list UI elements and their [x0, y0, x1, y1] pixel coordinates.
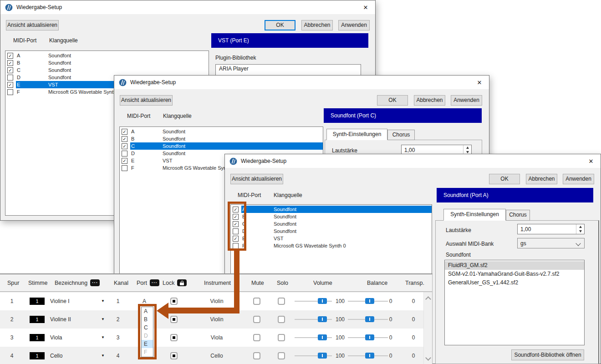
checkbox-checked-icon[interactable]: ✓: [7, 82, 13, 88]
solo-checkbox[interactable]: [278, 334, 285, 341]
tab-synth-settings[interactable]: Synth-Einstellungen: [443, 209, 506, 221]
midi-bank-combobox[interactable]: gs: [517, 238, 585, 248]
apply-button[interactable]: Anwenden: [563, 174, 594, 184]
mixer-row-cello: 4 1 Cello ▼ 4 Cello 100 0 0: [0, 347, 423, 364]
port-row-c[interactable]: ✓CSoundfont: [5, 66, 209, 74]
checkbox-checked-icon[interactable]: ✓: [122, 136, 127, 142]
mute-checkbox[interactable]: [253, 298, 260, 305]
port-row-b[interactable]: ✓BSoundfont: [5, 59, 209, 66]
open-soundfont-library-button[interactable]: Soundfont-Bibliothek öffnen: [511, 349, 584, 360]
checkbox-checked-icon[interactable]: ✓: [122, 129, 127, 135]
ok-button[interactable]: OK: [489, 174, 520, 184]
transpose-value: 0: [408, 329, 419, 347]
plugin-list-item[interactable]: ARIA Player: [216, 65, 361, 73]
ok-button[interactable]: OK: [377, 95, 408, 106]
port-row-e[interactable]: ✓EVST: [231, 235, 432, 242]
voice-badge[interactable]: 1: [30, 298, 45, 305]
port-row-b[interactable]: ✓BSoundfont: [120, 135, 323, 142]
close-icon[interactable]: ✕: [586, 158, 596, 165]
checkbox-checked-icon[interactable]: ✓: [122, 143, 127, 149]
checkbox-unchecked-icon[interactable]: [7, 89, 13, 95]
ok-button[interactable]: OK: [265, 20, 295, 30]
lock-checkbox[interactable]: [170, 298, 178, 305]
volume-slider-handle[interactable]: [318, 298, 327, 304]
cancel-button[interactable]: Abbrechen: [414, 95, 445, 106]
scroll-down-icon[interactable]: [425, 355, 431, 361]
screen: Wiedergabe-Setup ✕ Ansicht aktualisieren…: [0, 0, 601, 364]
mute-checkbox[interactable]: [253, 352, 260, 359]
voice-badge[interactable]: 1: [30, 316, 45, 323]
window-title: Wiedergabe-Setup: [16, 4, 62, 10]
balance-slider-handle[interactable]: [365, 353, 374, 359]
checkbox-checked-icon[interactable]: ✓: [7, 67, 13, 73]
mute-checkbox[interactable]: [253, 334, 260, 341]
tab-synth-settings[interactable]: Synth-Einstellungen: [326, 129, 387, 140]
close-icon[interactable]: ✕: [474, 79, 484, 86]
vertical-scrollbar[interactable]: [423, 292, 432, 364]
tab-chorus[interactable]: Chorus: [506, 210, 530, 221]
close-icon[interactable]: ✕: [361, 4, 371, 11]
checkbox-checked-icon[interactable]: ✓: [7, 53, 13, 59]
checkbox-unchecked-icon[interactable]: [7, 75, 13, 81]
volume-slider-handle[interactable]: [318, 334, 327, 340]
titlebar[interactable]: Wiedergabe-Setup ✕: [114, 76, 489, 89]
solo-checkbox[interactable]: [278, 316, 285, 323]
port-letter: F: [130, 165, 163, 171]
balance-slider-handle[interactable]: [365, 298, 374, 304]
spin-down-icon[interactable]: [576, 229, 584, 234]
lock-checkbox[interactable]: [170, 316, 178, 323]
titlebar[interactable]: Wiedergabe-Setup ✕: [225, 154, 601, 168]
port-row-b[interactable]: ✓BSoundfont: [231, 213, 432, 220]
col-transp: Transp.: [405, 274, 424, 291]
solo-checkbox[interactable]: [278, 352, 285, 359]
checkbox-unchecked-icon[interactable]: [122, 165, 127, 171]
voice-badge[interactable]: 1: [30, 352, 45, 359]
refresh-view-button[interactable]: Ansicht aktualisieren: [120, 95, 173, 106]
titlebar[interactable]: Wiedergabe-Setup ✕: [0, 0, 375, 14]
dropdown-arrow-icon[interactable]: ▼: [101, 292, 105, 310]
soundfont-item[interactable]: SGM-v2.01-YamahaGrand-Guit-Bass-v2.7.sf2: [445, 270, 584, 278]
mute-checkbox[interactable]: [253, 316, 260, 323]
cancel-button[interactable]: Abbrechen: [526, 174, 557, 184]
apply-button[interactable]: Anwenden: [338, 20, 370, 30]
port-row-f[interactable]: FMicrosoft GS Wavetable Synth 0: [231, 242, 432, 249]
solo-checkbox[interactable]: [278, 298, 285, 305]
lock-icon[interactable]: [177, 279, 187, 286]
spin-up-icon[interactable]: [576, 224, 584, 229]
port-row-c-selected[interactable]: ✓CSoundfont: [120, 142, 323, 150]
balance-slider-handle[interactable]: [365, 334, 374, 340]
cancel-button[interactable]: Abbrechen: [301, 20, 333, 30]
lock-checkbox[interactable]: [170, 334, 178, 341]
port-row-d[interactable]: DSoundfont: [231, 228, 432, 235]
port-row-a-selected[interactable]: ✓ASoundfont: [231, 206, 432, 213]
voice-badge[interactable]: 1: [30, 334, 45, 341]
checkbox-checked-icon[interactable]: ✓: [7, 60, 13, 66]
tab-chorus[interactable]: Chorus: [387, 130, 415, 140]
spin-up-icon[interactable]: [463, 145, 471, 150]
port-row-a[interactable]: ✓ASoundfont: [5, 52, 209, 59]
volume-slider-handle[interactable]: [318, 353, 327, 359]
port-source: Soundfont: [274, 214, 296, 219]
dropdown-arrow-icon[interactable]: ▼: [101, 329, 105, 347]
lock-checkbox[interactable]: [170, 352, 178, 359]
soundfont-item-selected[interactable]: FluidR3_GM.sf2: [445, 261, 584, 270]
track-name: Cello: [50, 347, 62, 364]
soundfont-item[interactable]: GeneralUser_GS_v1.442.sf2: [445, 278, 584, 287]
volume-spinbox[interactable]: 1,00: [517, 224, 585, 234]
ellipsis-icon[interactable]: ···: [150, 279, 159, 286]
scroll-up-icon[interactable]: [425, 296, 431, 302]
volume-slider-handle[interactable]: [318, 316, 327, 322]
checkbox-checked-icon[interactable]: ✓: [122, 158, 127, 164]
ellipsis-icon[interactable]: ···: [90, 279, 100, 286]
checkbox-unchecked-icon[interactable]: [122, 151, 127, 157]
dropdown-arrow-icon[interactable]: ▼: [101, 310, 105, 329]
mixer-header: Spur Stimme Bezeichnung··· Kanal Port···…: [0, 274, 432, 292]
refresh-view-button[interactable]: Ansicht aktualisieren: [230, 174, 283, 184]
refresh-view-button[interactable]: Ansicht aktualisieren: [6, 20, 59, 30]
channel-value: 2: [114, 310, 122, 329]
apply-button[interactable]: Anwenden: [451, 95, 482, 106]
balance-slider-handle[interactable]: [365, 316, 374, 322]
port-row-c[interactable]: ✓CSoundfont: [231, 220, 432, 228]
dropdown-arrow-icon[interactable]: ▼: [101, 347, 105, 364]
port-row-a[interactable]: ✓ASoundfont: [120, 128, 323, 135]
